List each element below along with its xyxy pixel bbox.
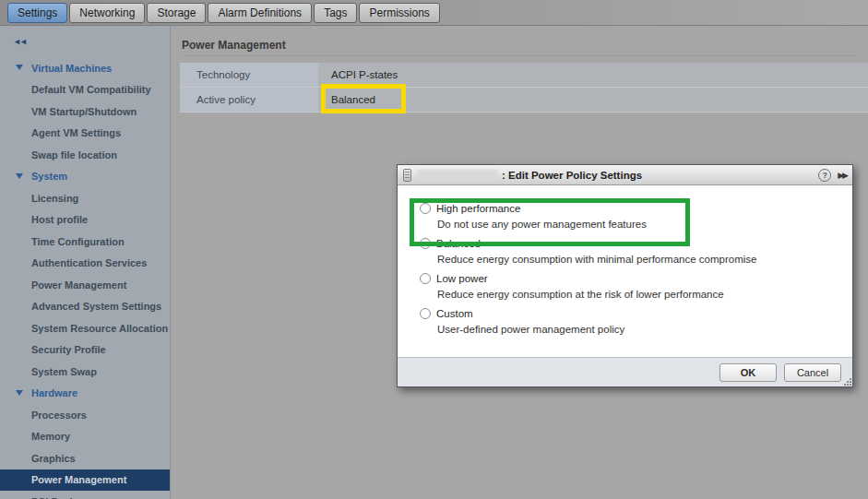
option-description: Reduce energy consumption with minimal p… [437,254,852,265]
dialog-footer: OK Cancel [398,357,852,386]
sidebar-item-label: Processors [31,410,87,421]
option-high-performance: High performance Do not use any power ma… [420,200,852,230]
sidebar-item-label: System Swap [31,366,97,377]
row-label: Technology [180,63,318,88]
sidebar-item-security-profile[interactable]: Security Profile [0,339,171,362]
sidebar-group-label: Virtual Machines [31,63,112,74]
option-balanced: Balanced Reduce energy consumption with … [420,235,852,265]
sidebar-item-pci-devices[interactable]: PCI Devices [0,491,171,499]
sidebar-item-label: VM Startup/Shutdown [31,106,137,117]
sidebar-item-default-vm-compatibility[interactable]: Default VM Compatibility [0,79,171,101]
sidebar-group-virtual-machines[interactable]: Virtual Machines [0,57,171,79]
table-row-technology: Technology ACPI P-states [180,63,868,88]
sidebar-item-label: Default VM Compatibility [31,84,151,95]
tab-networking[interactable]: Networking [69,3,145,23]
chevron-down-icon [16,390,23,396]
double-arrow-icon[interactable]: ▶▶ [838,171,847,180]
radio-icon[interactable] [420,203,431,214]
sidebar-item-swap-file-location[interactable]: Swap file location [0,144,171,166]
vsphere-settings-screen: Settings Networking Storage Alarm Defini… [0,0,868,499]
sidebar-item-agent-vm-settings[interactable]: Agent VM Settings [0,123,171,145]
chevron-down-icon [16,65,23,70]
tab-settings[interactable]: Settings [7,3,67,23]
dialog-body: High performance Do not use any power ma… [398,185,852,339]
cancel-button[interactable]: Cancel [784,363,841,382]
tab-storage[interactable]: Storage [147,3,206,23]
radio-icon[interactable] [420,273,431,284]
sidebar-item-label: Advanced System Settings [31,301,161,312]
sidebar-item-label: Agent VM Settings [31,127,121,138]
sidebar-item-memory[interactable]: Memory [0,426,171,448]
title-divider [182,55,859,56]
row-value: ACPI P-states [318,63,868,88]
resize-grip[interactable] [843,377,851,386]
ok-button[interactable]: OK [719,363,777,382]
collapse-sidebar-icon[interactable]: ◄◄ [13,37,26,46]
sidebar-item-graphics[interactable]: Graphics [0,447,171,469]
sidebar-item-label: System Resource Allocation [31,323,168,334]
sidebar-item-label: Security Profile [31,344,106,355]
sidebar-item-advanced-system-settings[interactable]: Advanced System Settings [0,296,171,318]
sidebar-item-label: Memory [31,431,70,442]
row-value: Balanced [318,88,868,113]
option-label: Low power [436,273,488,284]
radio-icon[interactable] [420,238,431,249]
sidebar-nav-list: Virtual Machines Default VM Compatibilit… [0,57,171,499]
sidebar-item-processors[interactable]: Processors [0,404,171,426]
host-icon [403,169,411,182]
sidebar-item-label: Power Management [31,279,126,291]
option-label: Balanced [436,238,481,249]
tab-alarm-definitions[interactable]: Alarm Definitions [208,3,312,23]
sidebar-item-system-resource-allocation[interactable]: System Resource Allocation [0,317,171,339]
option-description: Reduce energy consumption at the risk of… [437,289,852,300]
sidebar-item-label: Graphics [31,453,76,464]
radio-high-performance[interactable]: High performance [420,200,852,216]
sidebar-item-licensing[interactable]: Licensing [0,187,171,209]
tab-tags[interactable]: Tags [314,3,357,23]
radio-low-power[interactable]: Low power [420,270,852,286]
sidebar-item-host-profile[interactable]: Host profile [0,209,171,232]
edit-power-policy-dialog: : Edit Power Policy Settings ? ▶▶ High p… [397,164,853,387]
chevron-down-icon [16,173,23,179]
page-title: Power Management [182,39,286,52]
settings-sidebar: ◄◄ Virtual Machines Default VM Compatibi… [0,26,171,499]
dialog-title-bar[interactable]: : Edit Power Policy Settings ? ▶▶ [398,165,852,185]
sidebar-item-power-management-hardware[interactable]: Power Management [0,469,171,492]
sidebar-item-label: Swap file location [31,149,117,160]
option-label: Custom [436,308,473,319]
sidebar-item-power-management-system[interactable]: Power Management [0,274,171,296]
option-low-power: Low power Reduce energy consumption at t… [420,270,852,300]
sidebar-group-system[interactable]: System [0,166,171,188]
sidebar-item-label: Licensing [31,193,78,204]
radio-custom[interactable]: Custom [420,305,852,321]
redacted-hostname [417,170,498,181]
table-row-active-policy: Active policy Balanced [180,88,868,113]
sidebar-item-vm-startup-shutdown[interactable]: VM Startup/Shutdown [0,101,171,123]
option-description: User-defined power management policy [437,324,852,335]
help-icon[interactable]: ? [818,169,831,182]
option-description: Do not use any power management features [437,219,852,230]
radio-balanced[interactable]: Balanced [420,235,852,251]
radio-icon[interactable] [420,308,431,319]
sidebar-item-label: Time Configuration [31,236,125,247]
row-label: Active policy [180,88,318,113]
sidebar-item-time-configuration[interactable]: Time Configuration [0,231,171,253]
option-label: High performance [436,203,520,214]
sidebar-group-label: System [31,171,67,182]
sidebar-item-system-swap[interactable]: System Swap [0,361,171,383]
sidebar-item-label: Authentication Services [31,257,147,268]
sidebar-item-authentication-services[interactable]: Authentication Services [0,253,171,275]
dialog-title: : Edit Power Policy Settings [502,170,818,181]
tab-permissions[interactable]: Permissions [359,3,439,23]
sidebar-group-label: Hardware [31,387,77,398]
sidebar-item-label: Host profile [31,214,88,225]
sidebar-item-label: Power Management [31,474,126,485]
top-tab-bar: Settings Networking Storage Alarm Defini… [0,0,868,26]
sidebar-group-hardware[interactable]: Hardware [0,383,171,405]
option-custom: Custom User-defined power management pol… [420,305,852,335]
